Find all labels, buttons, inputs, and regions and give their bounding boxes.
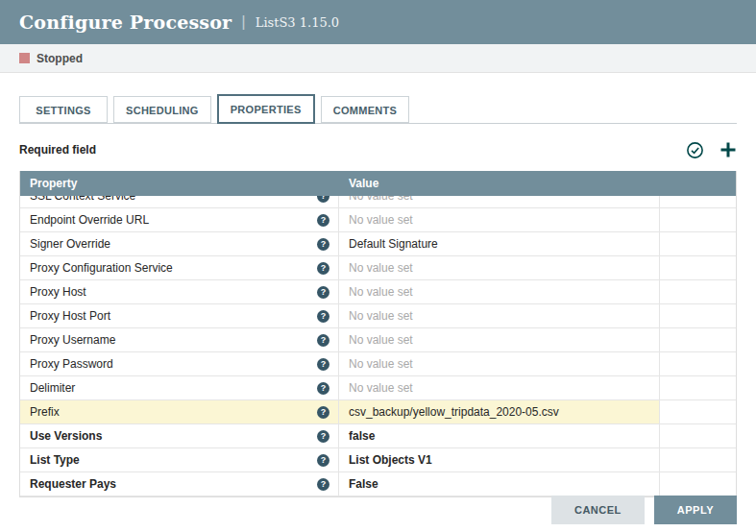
actions-cell [660, 328, 736, 351]
table-row[interactable]: Proxy Host ? No value set [20, 280, 736, 304]
table-body: SSL Context Service ? No value set Endpo… [20, 196, 736, 496]
property-cell: Proxy Password ? [20, 352, 339, 375]
property-value[interactable]: No value set [339, 328, 660, 351]
property-cell: Requester Pays ? [20, 472, 339, 496]
add-property-icon[interactable] [719, 141, 737, 158]
actions-cell [660, 472, 736, 496]
property-value[interactable]: False [339, 472, 660, 496]
properties-toolbar: Required field [19, 138, 737, 161]
toolbar-icons [686, 141, 737, 159]
property-value[interactable]: No value set [339, 280, 660, 303]
help-icon[interactable]: ? [317, 262, 329, 275]
dialog-header: Configure Processor | ListS3 1.15.0 [0, 0, 756, 44]
property-name: Proxy Configuration Service [30, 261, 173, 275]
actions-cell [660, 304, 736, 327]
actions-cell [660, 256, 736, 279]
help-icon[interactable]: ? [317, 406, 329, 419]
help-icon[interactable]: ? [317, 310, 329, 323]
property-value[interactable]: No value set [339, 304, 660, 327]
property-value[interactable]: csv_backup/yellow_tripdata_2020-05.csv [339, 400, 660, 423]
property-value[interactable]: false [339, 424, 660, 447]
table-row[interactable]: List Type ? List Objects V1 [20, 448, 736, 472]
property-name: List Type [30, 453, 80, 467]
property-name: Requester Pays [30, 477, 116, 491]
property-value[interactable]: Default Signature [339, 232, 660, 255]
table-row[interactable]: Signer Override ? Default Signature [20, 232, 736, 256]
clipped-row: SSL Context Service ? No value set [20, 196, 736, 208]
title-separator: | [241, 12, 245, 32]
property-value[interactable]: No value set [339, 208, 660, 231]
property-cell: Proxy Host ? [20, 280, 339, 303]
tab-scheduling[interactable]: SCHEDULING [113, 96, 211, 123]
property-cell: Delimiter ? [20, 376, 339, 399]
property-name: SSL Context Service [30, 196, 135, 203]
actions-cell [660, 280, 736, 303]
property-name: Endpoint Override URL [30, 213, 149, 227]
dialog-title: Configure Processor [19, 12, 232, 33]
table-row[interactable]: Endpoint Override URL ? No value set [20, 208, 736, 232]
table-row[interactable]: Prefix ? csv_backup/yellow_tripdata_2020… [20, 400, 736, 424]
help-icon[interactable]: ? [317, 196, 329, 203]
required-field-label: Required field [19, 143, 96, 157]
help-icon[interactable]: ? [317, 286, 329, 299]
cancel-button[interactable]: CANCEL [551, 496, 645, 524]
property-name: Proxy Host Port [30, 309, 110, 323]
table-row[interactable]: Proxy Configuration Service ? No value s… [20, 256, 736, 280]
property-cell: Use Versions ? [20, 424, 339, 447]
property-cell: Proxy Host Port ? [20, 304, 339, 327]
verify-properties-icon[interactable] [686, 141, 704, 159]
property-name: Prefix [30, 405, 60, 419]
actions-cell [660, 232, 736, 255]
help-icon[interactable]: ? [317, 334, 329, 347]
help-icon[interactable]: ? [317, 478, 329, 491]
tab-properties[interactable]: PROPERTIES [217, 94, 315, 124]
tab-comments[interactable]: COMMENTS [321, 96, 410, 123]
property-value[interactable]: List Objects V1 [339, 448, 660, 472]
tab-bar: SETTINGS SCHEDULING PROPERTIES COMMENTS [19, 94, 737, 124]
table-row[interactable]: SSL Context Service ? No value set [20, 196, 736, 208]
stopped-icon [19, 53, 30, 63]
help-icon[interactable]: ? [317, 454, 329, 467]
column-header-value: Value [339, 177, 660, 190]
actions-cell [660, 448, 736, 472]
property-value[interactable]: No value set [339, 196, 660, 207]
dialog-content: SETTINGS SCHEDULING PROPERTIES COMMENTS … [0, 73, 756, 532]
help-icon[interactable]: ? [317, 238, 329, 251]
actions-cell [660, 196, 736, 207]
property-cell: Proxy Username ? [20, 328, 339, 351]
property-value[interactable]: No value set [339, 376, 660, 399]
help-icon[interactable]: ? [317, 214, 329, 227]
table-row[interactable]: Proxy Host Port ? No value set [20, 304, 736, 328]
actions-cell [660, 424, 736, 447]
table-row[interactable]: Use Versions ? false [20, 424, 736, 448]
property-cell: Prefix ? [20, 400, 339, 423]
status-bar: Stopped [0, 44, 756, 73]
property-name: Proxy Password [30, 357, 113, 371]
property-cell: Proxy Configuration Service ? [20, 256, 339, 279]
actions-cell [660, 352, 736, 375]
help-icon[interactable]: ? [317, 358, 329, 371]
actions-cell [660, 376, 736, 399]
help-icon[interactable]: ? [317, 430, 329, 443]
property-name: Proxy Username [30, 333, 115, 347]
tab-settings[interactable]: SETTINGS [19, 96, 108, 123]
property-name: Delimiter [30, 381, 75, 395]
property-name: Use Versions [30, 429, 102, 443]
table-row[interactable]: Proxy Username ? No value set [20, 328, 736, 352]
properties-table: Property Value SSL Context Service ? No … [19, 171, 737, 497]
table-row[interactable]: Requester Pays ? False [20, 472, 736, 496]
property-value[interactable]: No value set [339, 352, 660, 375]
table-row[interactable]: Proxy Password ? No value set [20, 352, 736, 376]
processor-type-version: ListS3 1.15.0 [256, 15, 339, 30]
property-cell: Signer Override ? [20, 232, 339, 255]
configure-processor-dialog: Configure Processor | ListS3 1.15.0 Stop… [0, 0, 756, 73]
property-value[interactable]: No value set [339, 256, 660, 279]
property-cell: Endpoint Override URL ? [20, 208, 339, 231]
dialog-footer: CANCEL APPLY [551, 496, 737, 524]
actions-cell [660, 400, 736, 423]
property-name: Proxy Host [30, 285, 86, 299]
property-name: Signer Override [30, 237, 110, 251]
apply-button[interactable]: APPLY [654, 496, 737, 524]
help-icon[interactable]: ? [317, 382, 329, 395]
table-row[interactable]: Delimiter ? No value set [20, 376, 736, 400]
